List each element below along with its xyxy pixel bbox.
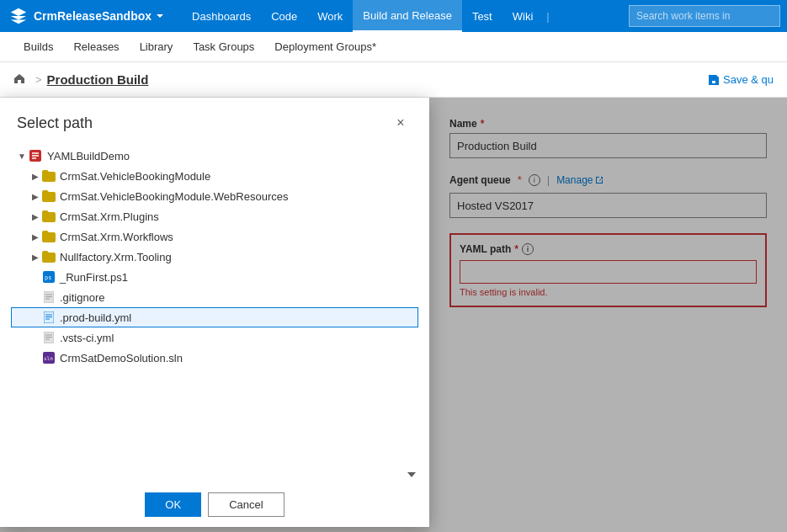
ps1-icon-5: ps — [42, 271, 56, 283]
modal-header: Select path × — [0, 98, 429, 141]
nav-divider: | — [546, 10, 549, 23]
tree-item-6[interactable]: ▶ .gitignore — [11, 287, 418, 307]
sec-nav-builds[interactable]: Builds — [13, 32, 63, 62]
tree-root[interactable]: ▼ YAMLBuildDemo — [11, 146, 418, 166]
ok-button[interactable]: OK — [145, 492, 201, 517]
tree-label-1: CrmSat.VehicleBookingModule.WebResources — [60, 190, 288, 203]
tree-label-3: CrmSat.Xrm.Workflows — [60, 231, 173, 243]
folder-expand-icon-2: ▶ — [29, 210, 42, 223]
sec-nav-releases[interactable]: Releases — [63, 32, 129, 62]
top-nav: CrmReleaseSandbox Dashboards Code Work B… — [0, 0, 787, 32]
folder-expand-icon-0: ▶ — [29, 169, 42, 183]
nav-dashboards[interactable]: Dashboards — [182, 0, 261, 32]
tree-item-2[interactable]: ▶ CrmSat.Xrm.Plugins — [11, 206, 418, 226]
file-icon-6 — [42, 291, 56, 303]
tree-item-4[interactable]: ▶ Nullfactory.Xrm.Tooling — [11, 247, 418, 267]
sln-icon-9: sln — [42, 352, 56, 364]
save-quick-button[interactable]: Save & qu — [708, 73, 774, 86]
tree-label-6: .gitignore — [60, 291, 104, 304]
save-label: Save & qu — [723, 73, 774, 86]
folder-icon-2 — [42, 210, 56, 222]
secondary-nav: Builds Releases Library Task Groups Depl… — [0, 32, 787, 62]
breadcrumb-sep: > — [35, 73, 42, 86]
file-tree[interactable]: ▼ YAMLBuildDemo ▶ CrmSat.VehicleBookingM… — [0, 141, 429, 467]
home-icon — [13, 72, 25, 87]
modal-close-button[interactable]: × — [389, 111, 412, 135]
yaml-icon-7 — [42, 311, 56, 323]
folder-icon-3 — [42, 231, 56, 242]
root-expand-icon: ▼ — [15, 149, 29, 162]
repo-icon — [29, 149, 42, 162]
breadcrumb: > Production Build — [13, 72, 148, 87]
sec-nav-deployment-groups[interactable]: Deployment Groups* — [264, 32, 386, 62]
tree-item-9[interactable]: ▶ sln CrmSatDemoSolution.sln — [11, 348, 418, 368]
tree-label-2: CrmSat.Xrm.Plugins — [60, 210, 159, 223]
tree-label-0: CrmSat.VehicleBookingModule — [60, 170, 210, 183]
org-name: CrmReleaseSandbox — [34, 9, 152, 23]
tree-label-9: CrmSatDemoSolution.sln — [60, 352, 183, 364]
nav-wiki[interactable]: Wiki — [503, 0, 544, 32]
tree-item-5[interactable]: ▶ ps _RunFirst.ps1 — [11, 267, 418, 287]
folder-expand-icon-4: ▶ — [29, 250, 42, 263]
tree-item-8[interactable]: ▶ .vsts-ci.yml — [11, 327, 418, 348]
tree-label-4: Nullfactory.Xrm.Tooling — [60, 251, 172, 263]
tree-item-3[interactable]: ▶ CrmSat.Xrm.Workflows — [11, 226, 418, 247]
sec-nav-library[interactable]: Library — [130, 32, 183, 62]
folder-expand-icon-1: ▶ — [29, 189, 42, 203]
tree-item-7[interactable]: ▶ .prod-build.yml — [11, 307, 418, 327]
main-content: Name * Agent queue * i | Manage YAML pat… — [0, 98, 787, 532]
nav-test[interactable]: Test — [462, 0, 503, 32]
nav-build-release[interactable]: Build and Release — [353, 0, 462, 32]
sec-nav-task-groups[interactable]: Task Groups — [183, 32, 264, 62]
folder-icon-1 — [42, 190, 56, 202]
nav-work[interactable]: Work — [307, 0, 353, 32]
scroll-down-indicator — [0, 467, 429, 482]
svg-text:sln: sln — [44, 355, 53, 361]
folder-icon-0 — [42, 170, 56, 182]
select-path-modal: Select path × ▼ YAMLBuildDemo ▶ Cr — [0, 98, 429, 527]
tree-root-label: YAMLBuildDemo — [47, 150, 130, 162]
modal-overlay: Select path × ▼ YAMLBuildDemo ▶ Cr — [0, 98, 787, 532]
file-icon-8 — [42, 332, 56, 343]
tree-label-5: _RunFirst.ps1 — [60, 271, 128, 284]
app-logo — [7, 4, 30, 28]
folder-expand-icon-3: ▶ — [29, 230, 42, 243]
modal-title: Select path — [17, 114, 93, 132]
search-input[interactable] — [629, 5, 780, 27]
modal-footer: OK Cancel — [0, 482, 429, 527]
page-title: Production Build — [47, 72, 149, 87]
nav-code[interactable]: Code — [261, 0, 307, 32]
tree-label-7: .prod-build.yml — [60, 311, 131, 324]
tree-item-0[interactable]: ▶ CrmSat.VehicleBookingModule — [11, 166, 418, 186]
cancel-button[interactable]: Cancel — [208, 492, 284, 517]
page-header: > Production Build Save & qu — [0, 62, 787, 98]
svg-text:ps: ps — [45, 274, 51, 281]
folder-icon-4 — [42, 251, 56, 263]
tree-label-8: .vsts-ci.yml — [60, 332, 114, 344]
tree-item-1[interactable]: ▶ CrmSat.VehicleBookingModule.WebResourc… — [11, 186, 418, 206]
nav-items: Dashboards Code Work Build and Release T… — [182, 0, 629, 32]
org-switcher[interactable]: CrmReleaseSandbox — [34, 9, 165, 23]
